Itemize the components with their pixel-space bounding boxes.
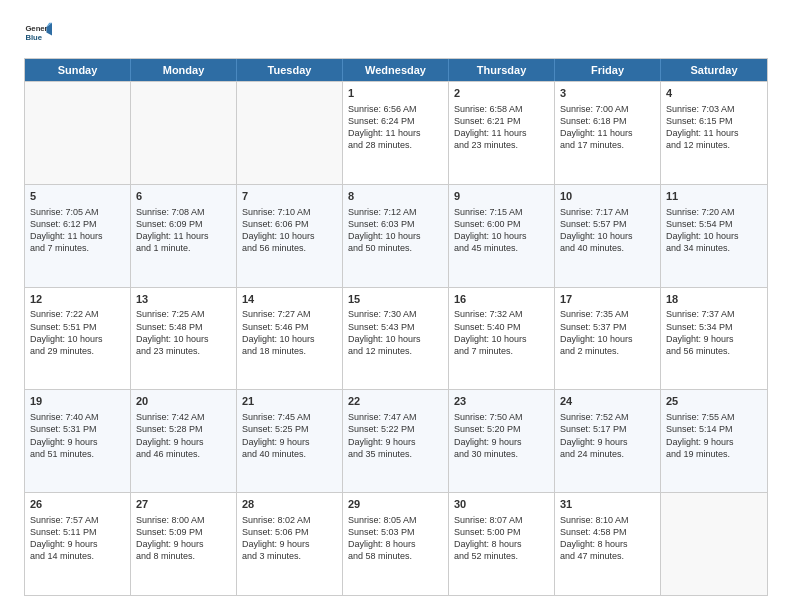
calendar-cell: 7Sunrise: 7:10 AM Sunset: 6:06 PM Daylig… [237,185,343,287]
day-info: Sunrise: 8:00 AM Sunset: 5:09 PM Dayligh… [136,514,231,563]
calendar-cell: 19Sunrise: 7:40 AM Sunset: 5:31 PM Dayli… [25,390,131,492]
day-number: 21 [242,394,337,409]
day-number: 11 [666,189,762,204]
calendar-cell: 24Sunrise: 7:52 AM Sunset: 5:17 PM Dayli… [555,390,661,492]
weekday-header: Wednesday [343,59,449,81]
day-info: Sunrise: 7:00 AM Sunset: 6:18 PM Dayligh… [560,103,655,152]
day-number: 22 [348,394,443,409]
calendar-cell: 29Sunrise: 8:05 AM Sunset: 5:03 PM Dayli… [343,493,449,595]
calendar-cell: 10Sunrise: 7:17 AM Sunset: 5:57 PM Dayli… [555,185,661,287]
day-info: Sunrise: 7:05 AM Sunset: 6:12 PM Dayligh… [30,206,125,255]
day-info: Sunrise: 7:15 AM Sunset: 6:00 PM Dayligh… [454,206,549,255]
logo: General Blue [24,20,52,48]
calendar-cell: 22Sunrise: 7:47 AM Sunset: 5:22 PM Dayli… [343,390,449,492]
calendar-cell: 17Sunrise: 7:35 AM Sunset: 5:37 PM Dayli… [555,288,661,390]
day-info: Sunrise: 7:20 AM Sunset: 5:54 PM Dayligh… [666,206,762,255]
day-info: Sunrise: 7:03 AM Sunset: 6:15 PM Dayligh… [666,103,762,152]
calendar-row: 5Sunrise: 7:05 AM Sunset: 6:12 PM Daylig… [25,184,767,287]
calendar-cell-empty [131,82,237,184]
day-number: 20 [136,394,231,409]
calendar-cell: 21Sunrise: 7:45 AM Sunset: 5:25 PM Dayli… [237,390,343,492]
calendar: SundayMondayTuesdayWednesdayThursdayFrid… [24,58,768,596]
weekday-header: Thursday [449,59,555,81]
weekday-header: Saturday [661,59,767,81]
calendar-row: 19Sunrise: 7:40 AM Sunset: 5:31 PM Dayli… [25,389,767,492]
day-number: 14 [242,292,337,307]
day-number: 8 [348,189,443,204]
day-number: 9 [454,189,549,204]
calendar-cell: 28Sunrise: 8:02 AM Sunset: 5:06 PM Dayli… [237,493,343,595]
day-number: 10 [560,189,655,204]
day-number: 18 [666,292,762,307]
day-info: Sunrise: 7:45 AM Sunset: 5:25 PM Dayligh… [242,411,337,460]
calendar-row: 1Sunrise: 6:56 AM Sunset: 6:24 PM Daylig… [25,81,767,184]
calendar-cell-empty [25,82,131,184]
day-info: Sunrise: 7:08 AM Sunset: 6:09 PM Dayligh… [136,206,231,255]
calendar-cell: 6Sunrise: 7:08 AM Sunset: 6:09 PM Daylig… [131,185,237,287]
day-info: Sunrise: 7:30 AM Sunset: 5:43 PM Dayligh… [348,308,443,357]
calendar-cell: 9Sunrise: 7:15 AM Sunset: 6:00 PM Daylig… [449,185,555,287]
calendar-cell: 11Sunrise: 7:20 AM Sunset: 5:54 PM Dayli… [661,185,767,287]
day-info: Sunrise: 7:37 AM Sunset: 5:34 PM Dayligh… [666,308,762,357]
day-number: 26 [30,497,125,512]
header: General Blue [24,20,768,48]
calendar-cell: 1Sunrise: 6:56 AM Sunset: 6:24 PM Daylig… [343,82,449,184]
day-info: Sunrise: 8:05 AM Sunset: 5:03 PM Dayligh… [348,514,443,563]
day-number: 17 [560,292,655,307]
day-number: 1 [348,86,443,101]
calendar-row: 12Sunrise: 7:22 AM Sunset: 5:51 PM Dayli… [25,287,767,390]
calendar-cell: 23Sunrise: 7:50 AM Sunset: 5:20 PM Dayli… [449,390,555,492]
calendar-cell: 31Sunrise: 8:10 AM Sunset: 4:58 PM Dayli… [555,493,661,595]
calendar-cell: 14Sunrise: 7:27 AM Sunset: 5:46 PM Dayli… [237,288,343,390]
weekday-header: Tuesday [237,59,343,81]
weekday-header: Monday [131,59,237,81]
day-number: 15 [348,292,443,307]
calendar-cell: 3Sunrise: 7:00 AM Sunset: 6:18 PM Daylig… [555,82,661,184]
day-info: Sunrise: 7:40 AM Sunset: 5:31 PM Dayligh… [30,411,125,460]
day-info: Sunrise: 7:10 AM Sunset: 6:06 PM Dayligh… [242,206,337,255]
day-number: 4 [666,86,762,101]
day-number: 5 [30,189,125,204]
day-number: 3 [560,86,655,101]
day-info: Sunrise: 7:42 AM Sunset: 5:28 PM Dayligh… [136,411,231,460]
day-info: Sunrise: 8:07 AM Sunset: 5:00 PM Dayligh… [454,514,549,563]
day-info: Sunrise: 7:52 AM Sunset: 5:17 PM Dayligh… [560,411,655,460]
day-info: Sunrise: 7:32 AM Sunset: 5:40 PM Dayligh… [454,308,549,357]
day-number: 13 [136,292,231,307]
day-number: 23 [454,394,549,409]
day-info: Sunrise: 7:50 AM Sunset: 5:20 PM Dayligh… [454,411,549,460]
calendar-cell: 12Sunrise: 7:22 AM Sunset: 5:51 PM Dayli… [25,288,131,390]
day-number: 16 [454,292,549,307]
calendar-cell: 15Sunrise: 7:30 AM Sunset: 5:43 PM Dayli… [343,288,449,390]
calendar-row: 26Sunrise: 7:57 AM Sunset: 5:11 PM Dayli… [25,492,767,595]
day-info: Sunrise: 7:22 AM Sunset: 5:51 PM Dayligh… [30,308,125,357]
calendar-cell: 13Sunrise: 7:25 AM Sunset: 5:48 PM Dayli… [131,288,237,390]
page: General Blue SundayMondayTuesdayWednesda… [0,0,792,612]
logo-icon: General Blue [24,20,52,48]
weekday-header: Friday [555,59,661,81]
day-number: 31 [560,497,655,512]
day-info: Sunrise: 7:55 AM Sunset: 5:14 PM Dayligh… [666,411,762,460]
calendar-cell: 25Sunrise: 7:55 AM Sunset: 5:14 PM Dayli… [661,390,767,492]
calendar-cell: 8Sunrise: 7:12 AM Sunset: 6:03 PM Daylig… [343,185,449,287]
calendar-body: 1Sunrise: 6:56 AM Sunset: 6:24 PM Daylig… [25,81,767,595]
calendar-cell: 2Sunrise: 6:58 AM Sunset: 6:21 PM Daylig… [449,82,555,184]
day-info: Sunrise: 7:17 AM Sunset: 5:57 PM Dayligh… [560,206,655,255]
day-number: 6 [136,189,231,204]
day-number: 19 [30,394,125,409]
calendar-cell: 27Sunrise: 8:00 AM Sunset: 5:09 PM Dayli… [131,493,237,595]
day-info: Sunrise: 7:25 AM Sunset: 5:48 PM Dayligh… [136,308,231,357]
day-info: Sunrise: 8:02 AM Sunset: 5:06 PM Dayligh… [242,514,337,563]
calendar-cell: 18Sunrise: 7:37 AM Sunset: 5:34 PM Dayli… [661,288,767,390]
day-info: Sunrise: 7:35 AM Sunset: 5:37 PM Dayligh… [560,308,655,357]
calendar-cell-empty [661,493,767,595]
day-number: 30 [454,497,549,512]
day-info: Sunrise: 6:56 AM Sunset: 6:24 PM Dayligh… [348,103,443,152]
day-number: 27 [136,497,231,512]
day-info: Sunrise: 7:47 AM Sunset: 5:22 PM Dayligh… [348,411,443,460]
day-number: 2 [454,86,549,101]
calendar-header: SundayMondayTuesdayWednesdayThursdayFrid… [25,59,767,81]
day-number: 24 [560,394,655,409]
day-info: Sunrise: 8:10 AM Sunset: 4:58 PM Dayligh… [560,514,655,563]
day-number: 25 [666,394,762,409]
